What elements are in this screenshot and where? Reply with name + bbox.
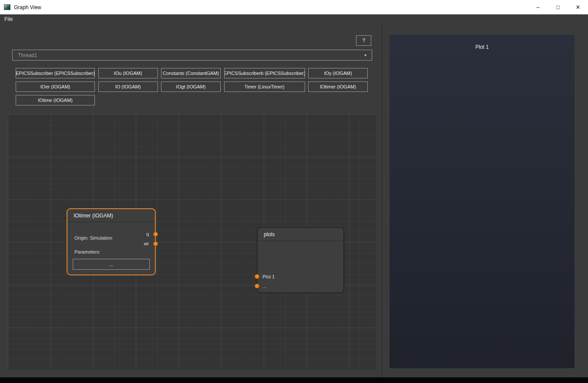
palette-button-io[interactable]: IO (IOGAM) [98, 81, 158, 92]
node-iotimer[interactable]: IOtimer (IOGAM) Origin: Simulation Param… [67, 208, 156, 275]
palette-row-2: IOer (IOGAM) IO (IOGAM) IOgt (IOGAM) Tim… [16, 81, 368, 92]
thread-dropdown-value: Thread1 [18, 52, 37, 58]
palette-button-epicssubscriberb[interactable]: EPICSSubscriberb (EPICSSubscriber) [224, 68, 305, 78]
output-port-wr[interactable] [153, 241, 158, 246]
maximize-button[interactable]: □ [548, 0, 568, 14]
content-area: ? Thread1 ▾ EPICSSubscriber (EPICSSubscr… [0, 24, 588, 377]
output-port-label-q: q [146, 231, 149, 237]
node-iotimer-parameters-button[interactable]: ... [73, 259, 150, 270]
titlebar: Graph View – □ ✕ [0, 0, 588, 14]
node-iotimer-origin: Origin: Simulation [74, 235, 112, 241]
menubar: File [0, 14, 588, 24]
node-plots[interactable]: plots Plot 1 ... [257, 227, 344, 293]
input-port-more[interactable] [255, 284, 259, 288]
app-icon [4, 4, 10, 10]
palette-button-iou[interactable]: IOu (IOGAM) [98, 68, 158, 78]
plot-panel-title: Plot 1 [390, 35, 575, 50]
window-controls: – □ ✕ [528, 0, 588, 14]
menu-file[interactable]: File [0, 16, 17, 22]
plot-panel: Plot 1 [390, 35, 575, 368]
input-port-label-plot1: Plot 1 [262, 274, 275, 279]
bottom-strip [0, 377, 588, 383]
palette-button-iotimer[interactable]: IOtimer (IOGAM) [308, 81, 368, 92]
palette-row-3: IOtime (IOGAM) [16, 95, 368, 105]
palette-button-ioy[interactable]: IOy (IOGAM) [308, 68, 368, 78]
thread-dropdown[interactable]: Thread1 ▾ [12, 50, 372, 61]
help-button[interactable]: ? [356, 35, 371, 46]
minimize-button[interactable]: – [528, 0, 548, 14]
node-plots-title: plots [258, 228, 343, 241]
node-iotimer-parameters-label: Parameters: [74, 249, 101, 254]
pane-splitter[interactable] [381, 24, 382, 377]
input-port-label-more: ... [262, 284, 266, 289]
palette-row-1: EPICSSubscriber (EPICSSubscriber) IOu (I… [16, 68, 368, 78]
palette-button-iogt[interactable]: IOgt (IOGAM) [161, 81, 221, 92]
palette-button-epicssubscriber[interactable]: EPICSSubscriber (EPICSSubscriber) [16, 68, 95, 78]
output-port-q[interactable] [153, 232, 158, 237]
app-window: Graph View – □ ✕ File ? Thread1 ▾ EPICSS… [0, 0, 588, 383]
window-title: Graph View [14, 4, 41, 10]
palette-button-ioer[interactable]: IOer (IOGAM) [16, 81, 95, 92]
palette-button-iotime[interactable]: IOtime (IOGAM) [16, 95, 95, 105]
node-iotimer-title: IOtimer (IOGAM) [67, 209, 155, 222]
node-canvas[interactable]: IOtimer (IOGAM) Origin: Simulation Param… [8, 114, 376, 371]
palette-button-timer[interactable]: Timer (LinuxTimer) [224, 81, 305, 92]
close-button[interactable]: ✕ [568, 0, 588, 14]
palette-button-constants[interactable]: Constants (ConstantGAM) [161, 68, 221, 78]
chevron-down-icon: ▾ [364, 53, 366, 58]
output-port-label-wr: wr [144, 241, 149, 246]
input-port-plot1[interactable] [255, 274, 259, 279]
